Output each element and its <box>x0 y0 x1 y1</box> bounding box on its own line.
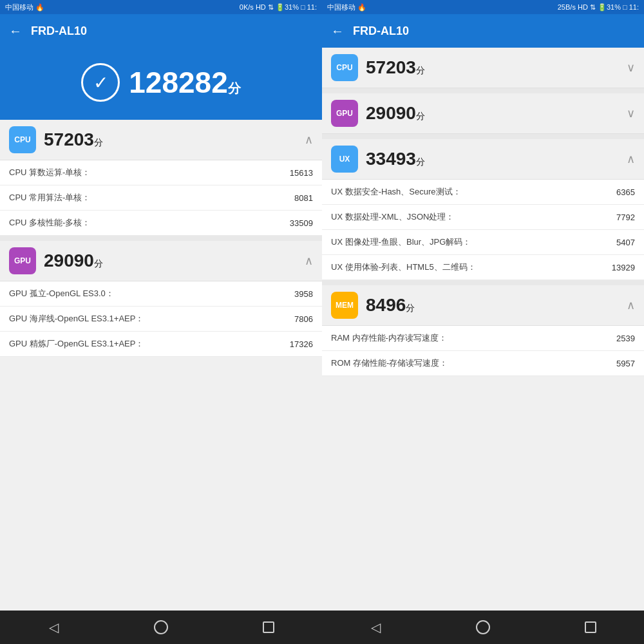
left-nav-back[interactable]: ◁ <box>41 614 66 640</box>
right-cpu-chevron[interactable]: ∨ <box>627 61 635 75</box>
right-back-button[interactable]: ← <box>331 24 344 39</box>
left-cpu-score: 57203分 <box>44 129 297 150</box>
right-ux-chevron[interactable]: ∧ <box>627 152 635 166</box>
right-mem-chevron[interactable]: ∧ <box>627 298 635 312</box>
left-gpu-row-3: GPU 精炼厂-OpenGL ES3.1+AEP： 17326 <box>0 332 322 357</box>
right-status-left: 中国移动 🔥 <box>327 3 366 12</box>
right-divider-2 <box>322 134 644 139</box>
right-cpu-header[interactable]: CPU 57203分 ∨ <box>322 48 644 88</box>
right-ux-row-4: UX 使用体验-列表、HTML5、二维码： 13929 <box>322 255 644 280</box>
right-content[interactable]: CPU 57203分 ∨ GPU 29090分 ∨ UX 33493分 ∧ UX… <box>322 48 644 611</box>
right-ux-header[interactable]: UX 33493分 ∧ <box>322 139 644 180</box>
right-title-bar: ← FRD-AL10 <box>322 14 644 48</box>
left-status-bar: 中国移动 🔥 0K/s HD ⇅ 🔋31% □ 11: <box>0 0 322 14</box>
right-title: FRD-AL10 <box>353 24 409 38</box>
right-mem-row-2: ROM 存储性能-存储读写速度： 5957 <box>322 351 644 376</box>
right-ux-score: 33493分 <box>366 149 619 169</box>
right-ux-row-2: UX 数据处理-XML、JSON处理： 7792 <box>322 205 644 230</box>
left-gpu-badge: GPU <box>9 247 36 274</box>
right-cpu-score: 57203分 <box>366 57 619 78</box>
left-back-button[interactable]: ← <box>9 24 22 39</box>
right-nav-home[interactable] <box>470 614 496 640</box>
right-ux-row-1: UX 数据安全-Hash、Secure测试： 6365 <box>322 180 644 205</box>
right-gpu-badge: GPU <box>331 100 358 127</box>
left-screen: 中国移动 🔥 0K/s HD ⇅ 🔋31% □ 11: ← FRD-AL10 ✓… <box>0 0 322 644</box>
right-mem-score: 8496分 <box>366 295 619 316</box>
hero-score-row: ✓ 128282分 <box>81 63 241 102</box>
right-divider-3 <box>322 280 644 285</box>
left-gpu-row-2: GPU 海岸线-OpenGL ES3.1+AEP： 7806 <box>0 307 322 332</box>
left-cpu-row-2: CPU 常用算法-单核： 8081 <box>0 185 322 211</box>
hero-check-icon: ✓ <box>81 63 120 102</box>
left-status-right: 0K/s HD ⇅ 🔋31% □ 11: <box>240 3 317 12</box>
right-mem-row-1: RAM 内存性能-内存读写速度： 2539 <box>322 326 644 351</box>
right-mem-badge: MEM <box>331 292 358 319</box>
left-content[interactable]: CPU 57203分 ∧ CPU 算数运算-单核： 15613 CPU 常用算法… <box>0 120 322 611</box>
right-screen: 中国移动 🔥 25B/s HD ⇅ 🔋31% □ 11: ← FRD-AL10 … <box>322 0 644 644</box>
left-gpu-header[interactable]: GPU 29090分 ∧ <box>0 241 322 281</box>
left-gpu-chevron[interactable]: ∧ <box>305 254 313 268</box>
right-cpu-badge: CPU <box>331 54 358 81</box>
left-gpu-row-1: GPU 孤立-OpenGL ES3.0： 3958 <box>0 281 322 307</box>
hero-score-value: 128282分 <box>129 65 241 100</box>
right-nav-bar: ◁ <box>322 611 644 644</box>
left-cpu-header[interactable]: CPU 57203分 ∧ <box>0 120 322 160</box>
left-cpu-chevron[interactable]: ∧ <box>305 133 313 147</box>
left-hero: ✓ 128282分 <box>0 48 322 120</box>
right-nav-back[interactable]: ◁ <box>363 614 388 640</box>
right-gpu-score: 29090分 <box>366 103 619 124</box>
left-title: FRD-AL10 <box>31 24 87 38</box>
left-divider-1 <box>0 236 322 241</box>
left-nav-recent[interactable] <box>256 614 281 640</box>
left-cpu-row-1: CPU 算数运算-单核： 15613 <box>0 160 322 185</box>
right-gpu-header[interactable]: GPU 29090分 ∨ <box>322 93 644 134</box>
left-status-left: 中国移动 🔥 <box>5 3 44 12</box>
right-divider-1 <box>322 88 644 93</box>
left-nav-home[interactable] <box>148 614 174 640</box>
right-mem-header[interactable]: MEM 8496分 ∧ <box>322 285 644 326</box>
left-title-bar: ← FRD-AL10 <box>0 14 322 48</box>
right-gpu-chevron[interactable]: ∨ <box>627 106 635 120</box>
right-status-bar: 中国移动 🔥 25B/s HD ⇅ 🔋31% □ 11: <box>322 0 644 14</box>
right-nav-recent[interactable] <box>578 614 603 640</box>
left-cpu-badge: CPU <box>9 126 36 153</box>
left-gpu-score: 29090分 <box>44 251 297 271</box>
right-ux-badge: UX <box>331 146 358 173</box>
left-cpu-row-3: CPU 多核性能-多核： 33509 <box>0 211 322 236</box>
right-ux-row-3: UX 图像处理-鱼眼、Blur、JPG解码： 5407 <box>322 230 644 255</box>
right-status-right: 25B/s HD ⇅ 🔋31% □ 11: <box>558 3 639 12</box>
left-nav-bar: ◁ <box>0 611 322 644</box>
